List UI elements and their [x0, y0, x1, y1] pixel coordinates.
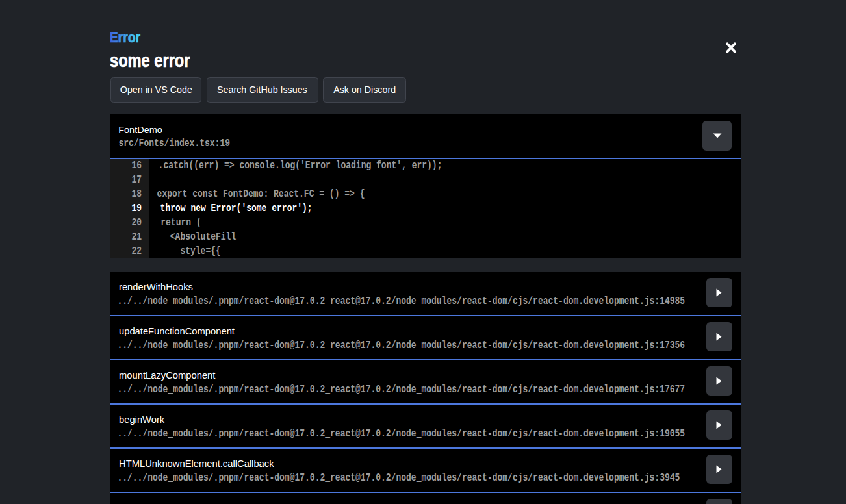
svg-text:Error: Error: [110, 31, 140, 45]
